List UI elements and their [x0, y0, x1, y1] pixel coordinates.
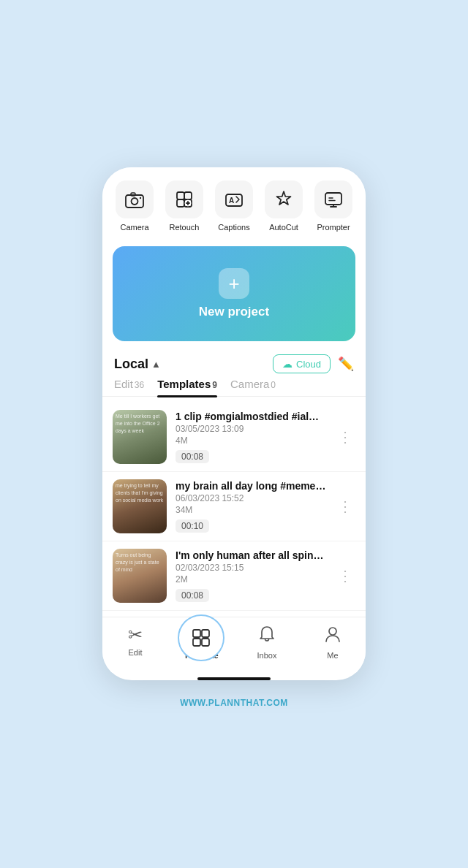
project-list: Me till I workers get me into the Office… — [102, 397, 366, 617]
svg-rect-0 — [126, 195, 143, 208]
tab-edit-count: 36 — [135, 380, 144, 390]
thumb-text-3: Turns out being crazy is just a state of… — [116, 552, 164, 573]
tab-templates-count: 9 — [212, 380, 217, 390]
project-date-3: 02/03/2023 15:15 — [176, 563, 328, 573]
tool-camera[interactable]: Camera — [116, 180, 154, 232]
tool-captions[interactable]: A Captions — [215, 180, 253, 232]
cloud-label: Cloud — [296, 359, 321, 370]
project-more-icon-1[interactable]: ⋮ — [336, 428, 354, 446]
new-project-banner[interactable]: + New project — [113, 246, 355, 341]
thumb-text-1: Me till I workers get me into the Office… — [116, 413, 164, 434]
autocut-icon-box — [265, 180, 303, 218]
project-date-2: 06/03/2023 15:52 — [176, 493, 328, 503]
footer-url: WWW.PLANNTHAT.COM — [180, 698, 288, 708]
cloud-upload-icon: ☁ — [282, 358, 292, 370]
home-bar — [197, 677, 271, 680]
person-icon — [323, 625, 342, 648]
tool-autocut-label: AutoCut — [269, 223, 298, 232]
project-more-icon-3[interactable]: ⋮ — [336, 567, 354, 585]
tool-captions-label: Captions — [218, 223, 249, 232]
svg-point-3 — [140, 197, 141, 199]
tool-prompter-label: Prompter — [317, 223, 350, 232]
project-info-3: I'm only human after all spinning... 02/… — [176, 549, 328, 602]
svg-point-16 — [329, 628, 336, 635]
project-size-3: 2M — [176, 574, 328, 585]
phone-frame: Camera Retouch A — [102, 167, 366, 680]
project-thumb-3: Turns out being crazy is just a state of… — [113, 549, 167, 603]
svg-rect-14 — [193, 639, 200, 646]
table-row[interactable]: Turns out being crazy is just a state of… — [102, 541, 366, 611]
nav-item-me[interactable]: Me — [311, 625, 355, 660]
svg-rect-2 — [131, 193, 135, 196]
thumb-text-2: me trying to tell my clients that I'm gi… — [116, 482, 164, 503]
project-more-icon-2[interactable]: ⋮ — [336, 498, 354, 515]
local-row: Local ▲ ☁ Cloud ✏️ — [102, 351, 366, 378]
template-active-circle — [178, 614, 224, 661]
tabs-row: Edit36 Templates9 Camera0 — [102, 378, 366, 397]
tool-retouch-label: Retouch — [170, 223, 200, 232]
new-project-label: New project — [199, 305, 269, 319]
tab-camera-count: 0 — [271, 380, 276, 390]
local-title-text: Local — [114, 357, 148, 372]
bell-icon — [257, 625, 276, 648]
edit-pencil-icon[interactable]: ✏️ — [338, 356, 354, 372]
scissors-icon: ✂ — [128, 625, 143, 645]
nav-item-template[interactable]: Template — [179, 625, 223, 660]
retouch-icon-box — [165, 180, 203, 218]
project-info-1: 1 clip #omgialmostdied #ialmost... 03/05… — [176, 411, 328, 463]
nav-item-edit[interactable]: ✂ Edit — [113, 625, 157, 657]
table-row[interactable]: me trying to tell my clients that I'm gi… — [102, 472, 366, 541]
project-duration-2: 00:10 — [176, 519, 209, 533]
svg-rect-13 — [202, 630, 209, 637]
table-row[interactable]: Me till I workers get me into the Office… — [102, 403, 366, 472]
new-project-plus-icon: + — [219, 268, 249, 299]
svg-text:A: A — [229, 197, 234, 205]
tab-templates-label: Templates — [157, 378, 211, 390]
bottom-nav: ✂ Edit Template Inbox — [102, 617, 366, 673]
svg-rect-11 — [325, 193, 341, 205]
tool-retouch[interactable]: Retouch — [165, 180, 203, 232]
tab-edit-label: Edit — [114, 378, 133, 390]
tool-autocut[interactable]: AutoCut — [265, 180, 303, 232]
project-duration-1: 00:08 — [176, 450, 209, 463]
project-thumb-1: Me till I workers get me into the Office… — [113, 410, 167, 464]
project-thumb-2: me trying to tell my clients that I'm gi… — [113, 479, 167, 533]
tool-camera-label: Camera — [120, 223, 148, 232]
tab-edit[interactable]: Edit36 — [114, 378, 144, 396]
tab-camera[interactable]: Camera0 — [230, 378, 276, 396]
local-title[interactable]: Local ▲ — [114, 357, 161, 372]
nav-inbox-label: Inbox — [257, 651, 277, 660]
cloud-button[interactable]: ☁ Cloud — [273, 354, 331, 373]
tools-row: Camera Retouch A — [102, 167, 366, 239]
camera-icon-box — [116, 180, 154, 218]
tool-prompter[interactable]: Prompter — [314, 180, 352, 232]
local-actions: ☁ Cloud ✏️ — [273, 354, 354, 373]
project-info-2: my brain all day long #memecut... 06/03/… — [176, 480, 328, 533]
project-title-3: I'm only human after all spinning... — [176, 549, 328, 561]
svg-point-1 — [132, 198, 138, 205]
svg-rect-12 — [193, 630, 200, 637]
svg-rect-5 — [184, 192, 192, 199]
tab-camera-label: Camera — [230, 378, 269, 390]
nav-edit-label: Edit — [129, 648, 143, 657]
project-size-2: 34M — [176, 505, 328, 515]
nav-item-inbox[interactable]: Inbox — [245, 625, 289, 660]
tab-templates[interactable]: Templates9 — [157, 378, 217, 396]
svg-rect-4 — [177, 192, 184, 199]
project-date-1: 03/05/2023 13:09 — [176, 424, 328, 434]
prompter-icon-box — [314, 180, 352, 218]
template-icon — [192, 628, 211, 647]
svg-rect-15 — [202, 639, 209, 646]
nav-me-label: Me — [327, 651, 338, 660]
project-duration-3: 00:08 — [176, 589, 209, 602]
project-size-1: 4M — [176, 435, 328, 446]
project-title-1: 1 clip #omgialmostdied #ialmost... — [176, 411, 328, 422]
svg-rect-6 — [177, 199, 184, 207]
captions-icon-box: A — [215, 180, 253, 218]
project-title-2: my brain all day long #memecut... — [176, 480, 328, 492]
local-caret-icon: ▲ — [151, 359, 161, 370]
